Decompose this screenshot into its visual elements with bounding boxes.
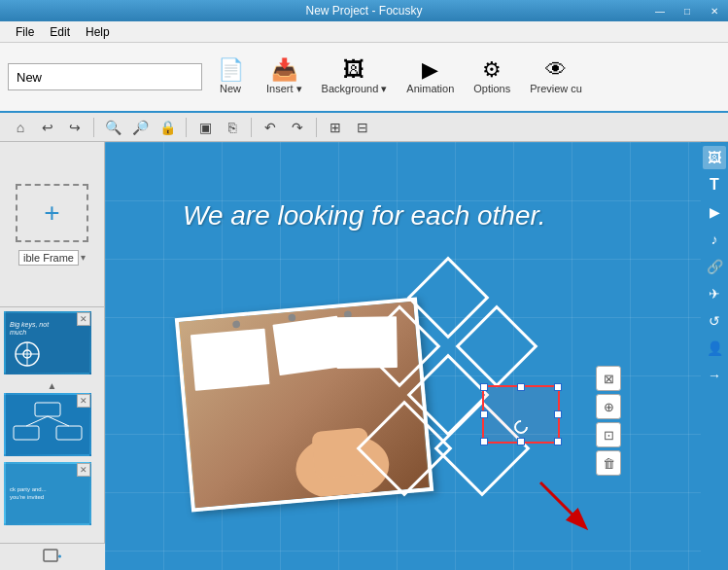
undo-button[interactable]: ↶ (258, 116, 283, 139)
handle-bottom-mid[interactable] (517, 438, 525, 445)
scroll-up-button[interactable]: ▲ (4, 380, 100, 391)
insert-icon: 📥 (271, 59, 297, 81)
frame-label: ible Frame (18, 250, 79, 266)
plus-icon: + (44, 197, 59, 229)
title-bar: New Project - Focusky — □ ✕ (0, 0, 728, 21)
refresh-panel-icon[interactable]: ↺ (703, 309, 726, 333)
background-icon: 🖼 (343, 59, 364, 81)
right-panel: 🖼 T ▶ ♪ 🔗 ✈ ↺ 👤 → (701, 142, 728, 570)
search-input[interactable] (8, 63, 202, 90)
main-area: + ible Frame ▾ ✕ Big keys, not much (0, 142, 728, 570)
menu-help[interactable]: Help (78, 23, 118, 41)
person-panel-icon[interactable]: 👤 (703, 337, 726, 360)
handle-bottom-right[interactable] (554, 438, 562, 445)
slide-3-close[interactable]: ✕ (77, 463, 90, 477)
menu-edit[interactable]: Edit (42, 23, 78, 41)
handle-mid-left[interactable] (480, 410, 488, 418)
menu-bar: File Edit Help (0, 21, 728, 43)
new-frame-area: + ible Frame ▾ (0, 142, 104, 307)
minimize-button[interactable]: — (646, 0, 674, 21)
red-arrow (531, 473, 599, 541)
zoom-out-button[interactable]: 🔎 (127, 116, 153, 139)
animation-icon: ▶ (422, 59, 438, 81)
new-icon: 📄 (218, 59, 244, 81)
home-button[interactable]: ⌂ (8, 116, 33, 139)
grid-button[interactable]: ⊞ (323, 116, 348, 139)
slide-list: ✕ Big keys, not much ▲ ✕ (0, 307, 104, 570)
secondary-toolbar: ⌂ ↩ ↪ 🔍 🔎 🔒 ▣ ⎘ ↶ ↷ ⊞ ⊟ (0, 113, 728, 142)
insert-button[interactable]: 📥 Insert ▾ (259, 48, 310, 106)
video-panel-icon[interactable]: ▶ (703, 200, 726, 224)
rotate-handle[interactable] (511, 417, 531, 437)
menu-file[interactable]: File (8, 23, 42, 41)
layout-button[interactable]: ⊟ (350, 116, 375, 139)
svg-text:Big keys, not: Big keys, not (10, 321, 50, 329)
options-label: Options (473, 83, 510, 94)
animation-button[interactable]: ▶ Animation (399, 48, 462, 106)
background-button[interactable]: 🖼 Background ▾ (314, 48, 396, 106)
add-button[interactable]: ⊕ (596, 394, 621, 419)
plane-panel-icon[interactable]: ✈ (703, 282, 726, 305)
add-slide-button[interactable] (0, 543, 105, 570)
svg-text:much: much (10, 329, 26, 336)
insert-label: Insert ▾ (266, 83, 302, 95)
handle-top-mid[interactable] (517, 383, 525, 391)
zoom-in-button[interactable]: 🔍 (100, 116, 125, 139)
svg-rect-23 (191, 329, 270, 391)
handle-bottom-left[interactable] (480, 438, 488, 445)
back-button[interactable]: ↩ (35, 116, 60, 139)
handle-mid-right[interactable] (554, 410, 562, 418)
diamonds-element[interactable] (351, 268, 545, 482)
slide-3[interactable]: ✕ ck party and... you're invited (4, 462, 91, 525)
toolbar: 📄 New 📥 Insert ▾ 🖼 Background ▾ ▶ Animat… (0, 43, 728, 113)
svg-rect-16 (44, 550, 57, 561)
frame-dropdown[interactable]: ▾ (81, 252, 86, 263)
svg-line-28 (540, 482, 584, 526)
selection-box[interactable] (482, 385, 560, 444)
preview-icon: 👁 (545, 59, 567, 81)
context-buttons: ⊠ ⊕ ⊡ 🗑 (596, 366, 621, 476)
background-label: Background ▾ (322, 83, 388, 95)
svg-text:you're invited: you're invited (10, 494, 44, 500)
handle-top-right[interactable] (554, 383, 562, 391)
link-panel-icon[interactable]: 🔗 (703, 255, 726, 278)
left-panel: + ible Frame ▾ ✕ Big keys, not much (0, 142, 105, 570)
redo-button[interactable]: ↷ (285, 116, 310, 139)
animation-label: Animation (406, 83, 454, 94)
app-title: New Project - Focusky (305, 4, 422, 18)
canvas-area[interactable]: We are looking for each other. (105, 142, 701, 570)
delete-button[interactable]: 🗑 (596, 450, 621, 476)
handle-top-left[interactable] (480, 383, 488, 391)
canvas-main-text[interactable]: We are looking for each other. (183, 200, 546, 232)
image-panel-icon[interactable]: 🖼 (703, 146, 726, 169)
svg-rect-24 (272, 316, 344, 376)
arrange-button[interactable]: ⊠ (596, 366, 621, 391)
forward-button[interactable]: ↪ (62, 116, 87, 139)
new-frame-button[interactable]: + (16, 184, 88, 242)
svg-text:ck party and...: ck party and... (10, 486, 47, 492)
text-panel-icon[interactable]: T (703, 173, 726, 196)
frame-button[interactable]: ▣ (192, 116, 218, 139)
maximize-button[interactable]: □ (674, 0, 701, 21)
slide-1[interactable]: ✕ Big keys, not much (4, 311, 91, 374)
crop-button[interactable]: ⊡ (596, 422, 621, 447)
preview-label: Preview cu (530, 83, 582, 94)
arrow-panel-icon[interactable]: → (703, 364, 726, 387)
slide-1-close[interactable]: ✕ (77, 312, 90, 326)
close-button[interactable]: ✕ (701, 0, 728, 21)
new-label: New (220, 83, 241, 94)
lock-button[interactable]: 🔒 (155, 116, 180, 139)
copy-button[interactable]: ⎘ (220, 116, 245, 139)
add-slide-icon (43, 549, 62, 566)
new-button[interactable]: 📄 New (206, 48, 255, 106)
music-panel-icon[interactable]: ♪ (703, 228, 726, 251)
options-icon: ⚙ (482, 59, 502, 81)
slide-2[interactable]: ✕ (4, 393, 91, 456)
preview-button[interactable]: 👁 Preview cu (522, 48, 590, 106)
options-button[interactable]: ⚙ Options (466, 48, 518, 106)
slide-2-close[interactable]: ✕ (77, 394, 90, 408)
